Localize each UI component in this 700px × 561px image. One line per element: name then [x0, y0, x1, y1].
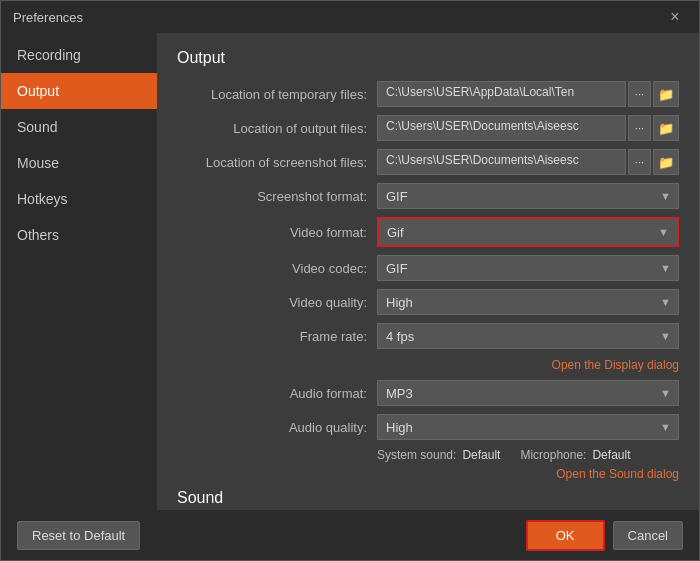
audio-format-row: Audio format: MP3 ▼	[177, 380, 679, 406]
system-sound-static-label: System sound:	[377, 448, 456, 462]
reset-to-default-button[interactable]: Reset to Default	[17, 521, 140, 550]
video-quality-label: Video quality:	[177, 295, 377, 310]
output-folder-icon: 📁	[658, 121, 674, 136]
output-files-folder-button[interactable]: 📁	[653, 115, 679, 141]
video-format-label: Video format:	[177, 225, 377, 240]
system-sound-value: Default	[462, 448, 500, 462]
frame-rate-select-container: 4 fps ▼	[377, 323, 679, 349]
video-quality-select[interactable]: High	[377, 289, 679, 315]
sidebar-item-others[interactable]: Others	[1, 217, 157, 253]
bottom-bar: Reset to Default OK Cancel	[1, 510, 699, 560]
video-format-row: Video format: Gif ▼	[177, 217, 679, 247]
audio-format-label: Audio format:	[177, 386, 377, 401]
temp-files-label: Location of temporary files:	[177, 87, 377, 102]
temp-files-path: C:\Users\USER\AppData\Local\Ten	[377, 81, 626, 107]
sidebar-item-sound[interactable]: Sound	[1, 109, 157, 145]
temp-files-row: Location of temporary files: C:\Users\US…	[177, 81, 679, 107]
video-quality-row: Video quality: High ▼	[177, 289, 679, 315]
temp-files-dots-button[interactable]: ···	[628, 81, 651, 107]
output-files-controls: C:\Users\USER\Documents\Aiseesc ··· 📁	[377, 115, 679, 141]
screenshot-format-select[interactable]: GIF	[377, 183, 679, 209]
screenshot-format-row: Screenshot format: GIF ▼	[177, 183, 679, 209]
sidebar: Recording Output Sound Mouse Hotkeys Oth…	[1, 33, 157, 510]
video-format-select[interactable]: Gif	[379, 219, 677, 245]
temp-files-controls: C:\Users\USER\AppData\Local\Ten ··· 📁	[377, 81, 679, 107]
frame-rate-select[interactable]: 4 fps	[377, 323, 679, 349]
screenshot-format-select-container: GIF ▼	[377, 183, 679, 209]
screenshot-files-label: Location of screenshot files:	[177, 155, 377, 170]
screenshot-folder-icon: 📁	[658, 155, 674, 170]
video-codec-select[interactable]: GIF	[377, 255, 679, 281]
video-codec-row: Video codec: GIF ▼	[177, 255, 679, 281]
sidebar-item-hotkeys[interactable]: Hotkeys	[1, 181, 157, 217]
output-files-label: Location of output files:	[177, 121, 377, 136]
screenshot-files-folder-button[interactable]: 📁	[653, 149, 679, 175]
sidebar-item-recording[interactable]: Recording	[1, 37, 157, 73]
sidebar-item-output[interactable]: Output	[1, 73, 157, 109]
ok-button[interactable]: OK	[526, 520, 605, 551]
screenshot-files-controls: C:\Users\USER\Documents\Aiseesc ··· 📁	[377, 149, 679, 175]
audio-quality-select-container: High ▼	[377, 414, 679, 440]
audio-quality-row: Audio quality: High ▼	[177, 414, 679, 440]
screenshot-files-path: C:\Users\USER\Documents\Aiseesc	[377, 149, 626, 175]
main-panel: Output Location of temporary files: C:\U…	[157, 33, 699, 510]
video-quality-select-container: High ▼	[377, 289, 679, 315]
system-mic-info-row: System sound: Default Microphone: Defaul…	[177, 448, 679, 462]
microphone-value: Default	[592, 448, 630, 462]
sidebar-item-mouse[interactable]: Mouse	[1, 145, 157, 181]
microphone-static-label: Microphone:	[520, 448, 586, 462]
audio-quality-select[interactable]: High	[377, 414, 679, 440]
preferences-window: Preferences × Recording Output Sound Mou…	[0, 0, 700, 561]
output-files-row: Location of output files: C:\Users\USER\…	[177, 115, 679, 141]
close-button[interactable]: ×	[663, 5, 687, 29]
frame-rate-label: Frame rate:	[177, 329, 377, 344]
open-display-dialog-link[interactable]: Open the Display dialog	[552, 358, 679, 372]
content-area: Recording Output Sound Mouse Hotkeys Oth…	[1, 33, 699, 510]
temp-folder-icon: 📁	[658, 87, 674, 102]
ok-cancel-group: OK Cancel	[526, 520, 683, 551]
video-codec-select-container: GIF ▼	[377, 255, 679, 281]
audio-format-select-container: MP3 ▼	[377, 380, 679, 406]
output-files-path: C:\Users\USER\Documents\Aiseesc	[377, 115, 626, 141]
output-files-dots-button[interactable]: ···	[628, 115, 651, 141]
output-section-title: Output	[177, 49, 679, 67]
audio-quality-label: Audio quality:	[177, 420, 377, 435]
window-title: Preferences	[13, 10, 83, 25]
audio-format-select[interactable]: MP3	[377, 380, 679, 406]
frame-rate-row: Frame rate: 4 fps ▼	[177, 323, 679, 349]
video-codec-label: Video codec:	[177, 261, 377, 276]
title-bar: Preferences ×	[1, 1, 699, 33]
open-sound-dialog-link[interactable]: Open the Sound dialog	[556, 467, 679, 481]
screenshot-files-dots-button[interactable]: ···	[628, 149, 651, 175]
screenshot-format-label: Screenshot format:	[177, 189, 377, 204]
sound-section-title: Sound	[177, 489, 679, 507]
screenshot-files-row: Location of screenshot files: C:\Users\U…	[177, 149, 679, 175]
cancel-button[interactable]: Cancel	[613, 521, 683, 550]
temp-files-folder-button[interactable]: 📁	[653, 81, 679, 107]
